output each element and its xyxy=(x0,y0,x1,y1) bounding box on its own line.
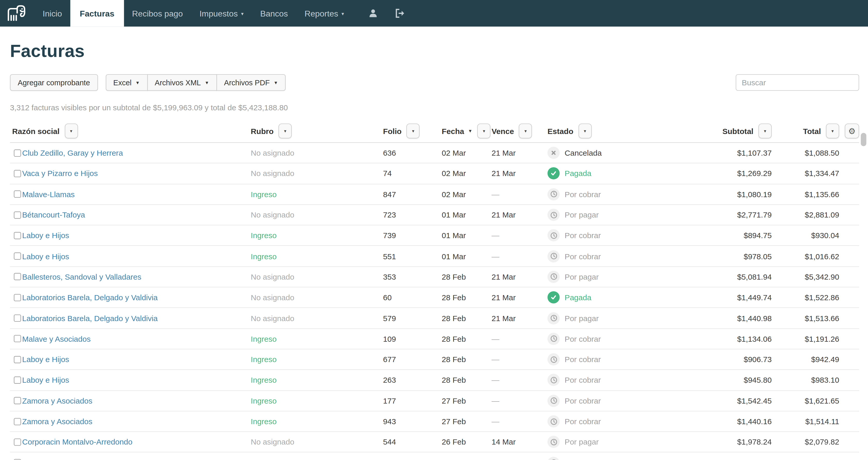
razon-social-link[interactable]: Malave y Asociados xyxy=(22,334,91,343)
vertical-scrollbar-thumb[interactable] xyxy=(861,133,866,146)
table-settings-button[interactable]: ⚙ xyxy=(845,123,859,139)
rubro-label: No asignado xyxy=(251,169,294,178)
archivos-pdf-dropdown-button[interactable]: Archivos PDF ▼ xyxy=(216,74,286,91)
razon-social-link[interactable]: Laboy e Hijos xyxy=(22,231,69,240)
brand-logo[interactable] xyxy=(0,0,34,27)
search-input[interactable] xyxy=(736,74,859,91)
nav-item-recibos-pago[interactable]: Recibos pago xyxy=(124,0,191,27)
estado-label: Por pagar xyxy=(565,272,599,281)
chevron-down-icon: ▼ xyxy=(763,129,767,133)
row-checkbox[interactable] xyxy=(14,211,21,218)
row-checkbox[interactable] xyxy=(14,459,21,460)
excel-dropdown-button[interactable]: Excel ▼ xyxy=(105,74,147,91)
row-checkbox[interactable] xyxy=(14,191,21,198)
vence-filter-button[interactable]: ▼ xyxy=(519,123,532,139)
excel-label: Excel xyxy=(113,78,132,87)
add-comprobante-button[interactable]: Agregar comprobante xyxy=(10,74,98,91)
x-circle-icon xyxy=(548,147,560,159)
column-fecha[interactable]: Fecha xyxy=(442,126,464,135)
search-box xyxy=(736,74,859,91)
clock-circle-icon xyxy=(548,312,560,324)
razon-social-link[interactable]: Laboy e Hijos xyxy=(22,376,69,385)
fecha-value: 28 Feb xyxy=(442,376,466,385)
subtotal-filter-button[interactable]: ▼ xyxy=(758,123,772,139)
nav-item-reportes[interactable]: Reportes ▾ xyxy=(296,0,352,27)
row-checkbox[interactable] xyxy=(14,232,21,239)
row-checkbox[interactable] xyxy=(14,252,21,260)
fecha-value: 02 Mar xyxy=(442,169,466,178)
total-value: $1,135.66 xyxy=(805,190,839,198)
razon-social-link[interactable]: Godínez-Barrera e Hijos xyxy=(22,458,105,460)
row-checkbox[interactable] xyxy=(14,376,21,384)
row-checkbox[interactable] xyxy=(14,149,21,156)
razon-social-link[interactable]: Laboy e Hijos xyxy=(22,355,69,364)
razon-social-link[interactable]: Corporacin Montalvo-Arredondo xyxy=(22,437,132,446)
total-value: $942.49 xyxy=(811,355,839,364)
row-checkbox[interactable] xyxy=(14,397,21,404)
razon-social-link[interactable]: Zamora y Asociados xyxy=(22,396,92,405)
nav-item-inicio[interactable]: Inicio xyxy=(34,0,70,27)
row-checkbox[interactable] xyxy=(14,170,21,177)
fecha-value: 02 Mar xyxy=(442,148,466,157)
column-vence: Vence xyxy=(492,126,514,135)
row-checkbox[interactable] xyxy=(14,438,21,446)
subtotal-value: $978.05 xyxy=(744,252,772,260)
nav-item-impuestos[interactable]: Impuestos ▾ xyxy=(191,0,252,27)
total-value: $240.15 xyxy=(811,458,839,460)
razon-social-link[interactable]: Club Zedillo, Garay y Herrera xyxy=(22,148,123,157)
subtotal-value: $1,107.37 xyxy=(737,148,772,157)
elephant-logo-icon xyxy=(6,3,28,23)
razon-social-link[interactable]: Vaca y Pizarro e Hijos xyxy=(22,169,98,178)
total-filter-button[interactable]: ▼ xyxy=(826,123,839,139)
clock-circle-icon xyxy=(548,209,560,221)
estado-filter-button[interactable]: ▼ xyxy=(579,123,592,139)
razon-social-link[interactable]: Ballesteros, Sandoval y Valladares xyxy=(22,272,142,281)
row-checkbox[interactable] xyxy=(14,418,21,425)
user-menu-button[interactable] xyxy=(360,0,387,27)
subtotal-value: $1,269.29 xyxy=(737,169,772,178)
estado-label: Por cobrar xyxy=(565,355,601,364)
table-header: Razón social ▼ Rubro ▼ Folio ▼ Fecha ▼ ▼… xyxy=(10,120,859,143)
vence-value: 21 Mar xyxy=(492,293,516,302)
rubro-label: Ingreso xyxy=(251,396,276,405)
row-checkbox[interactable] xyxy=(14,356,21,363)
razon-social-link[interactable]: Malave-Llamas xyxy=(22,190,75,198)
folio-filter-button[interactable]: ▼ xyxy=(407,123,420,139)
fecha-filter-button[interactable]: ▼ xyxy=(477,123,491,139)
razon-social-link[interactable]: Bétancourt-Tafoya xyxy=(22,211,85,219)
folio-value: 177 xyxy=(383,396,396,405)
nav-item-bancos[interactable]: Bancos xyxy=(252,0,296,27)
razon-social-link[interactable]: Laboratorios Barela, Delgado y Valdivia xyxy=(22,293,158,302)
nav-item-facturas[interactable]: Facturas xyxy=(70,0,124,27)
razon-social-link[interactable]: Zamora y Asociados xyxy=(22,417,92,426)
rubro-label: No asignado xyxy=(251,437,294,446)
total-value: $930.04 xyxy=(811,231,839,240)
row-checkbox[interactable] xyxy=(14,273,21,280)
razon-social-link[interactable]: Laboy e Hijos xyxy=(22,252,69,260)
fecha-value: 28 Feb xyxy=(442,334,466,343)
logout-button[interactable] xyxy=(387,0,414,27)
estado-label: Por cobrar xyxy=(565,231,601,240)
rubro-label: No asignado xyxy=(251,272,294,281)
table-row: Bétancourt-Tafoya No asignado 723 01 Mar… xyxy=(10,205,859,225)
total-value: $1,513.66 xyxy=(805,314,839,323)
chevron-down-icon: ▼ xyxy=(482,129,486,133)
toolbar: Agregar comprobante Excel ▼ Archivos XML… xyxy=(10,74,859,91)
row-checkbox[interactable] xyxy=(14,314,21,321)
razon-social-filter-button[interactable]: ▼ xyxy=(65,123,78,139)
vence-value: 21 Mar xyxy=(492,148,516,157)
row-checkbox[interactable] xyxy=(14,294,21,301)
vence-value: — xyxy=(492,252,499,260)
table-row: Godínez-Barrera e Hijos No asignado 357 … xyxy=(10,453,859,460)
fecha-value: 28 Feb xyxy=(442,314,466,323)
fecha-value: 26 Feb xyxy=(442,437,466,446)
row-checkbox[interactable] xyxy=(14,335,21,342)
top-navbar: Inicio Facturas Recibos pago Impuestos ▾… xyxy=(0,0,868,27)
chevron-down-icon: ▼ xyxy=(831,129,835,133)
column-subtotal: Subtotal xyxy=(722,126,753,135)
subtotal-value: $1,449.74 xyxy=(737,293,772,302)
rubro-filter-button[interactable]: ▼ xyxy=(279,123,292,139)
rubro-label: No asignado xyxy=(251,293,294,302)
razon-social-link[interactable]: Laboratorios Barela, Delgado y Valdivia xyxy=(22,314,158,323)
archivos-xml-dropdown-button[interactable]: Archivos XML ▼ xyxy=(147,74,217,91)
